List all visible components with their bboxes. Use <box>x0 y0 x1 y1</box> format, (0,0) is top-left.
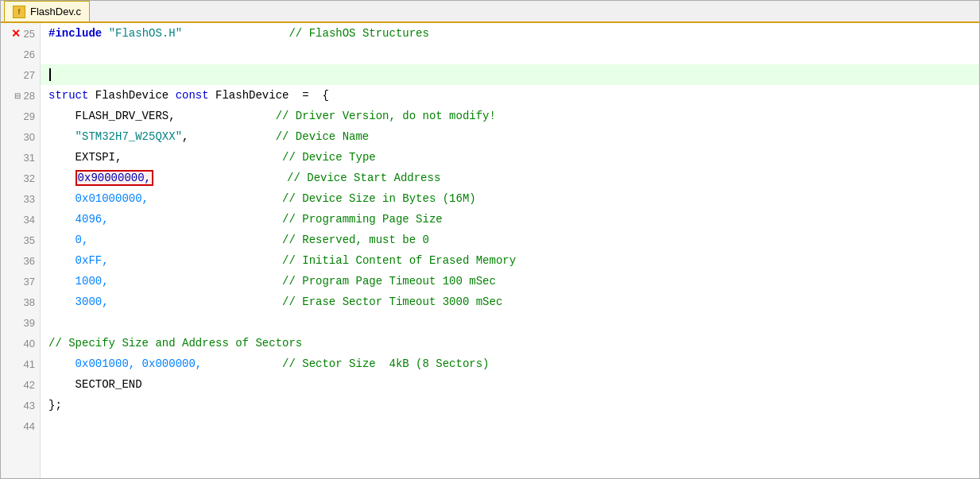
code-line-29: FLASH_DRV_VERS, // Driver Version, do no… <box>41 106 979 126</box>
indent-32 <box>48 172 76 184</box>
gutter-row-41: 41 <box>1 353 40 374</box>
line-num-37: 37 <box>24 276 35 288</box>
code-33-val: 0x01000000, <box>48 192 282 205</box>
comment-36: // Initial Content of Erased Memory <box>282 254 516 267</box>
gutter-row-35: 35 <box>1 230 40 250</box>
gutter-row-31: 31 <box>1 147 40 168</box>
code-line-41: 0x001000, 0x000000, // Sector Size 4kB (… <box>41 353 979 374</box>
code-38-val: 3000, <box>48 296 282 308</box>
error-marker-25: ✕ <box>11 27 21 40</box>
flashdevice-2: FlashDevice = { <box>215 89 329 102</box>
code-31-val: EXTSPI, <box>48 151 282 164</box>
line-num-33: 33 <box>24 193 35 205</box>
line-num-25: 25 <box>24 28 35 40</box>
code-area[interactable]: #include "FlashOS.H" // FlashOS Structur… <box>41 23 979 478</box>
line-num-43: 43 <box>24 400 35 411</box>
code-43-val: }; <box>48 399 62 411</box>
keyword-include: #include <box>48 27 109 40</box>
collapse-icon-28[interactable]: ⊟ <box>14 91 21 100</box>
line-num-31: 31 <box>24 152 35 164</box>
line-num-38: 38 <box>24 296 35 308</box>
line-num-29: 29 <box>24 110 35 122</box>
code-line-34: 4096, // Programming Page Size <box>41 209 979 230</box>
code-line-40: // Specify Size and Address of Sectors <box>41 333 979 353</box>
code-42-val: SECTOR_END <box>48 378 142 391</box>
line-num-40: 40 <box>24 338 35 350</box>
gutter-row-25: ✕ 25 <box>1 23 40 44</box>
gutter-row-30: 30 <box>1 126 40 147</box>
code-34-val: 4096, <box>48 213 282 226</box>
gutter-row-33: 33 <box>1 188 40 209</box>
line-num-36: 36 <box>24 255 35 267</box>
spaces-32 <box>153 172 287 184</box>
gutter-row-40: 40 <box>1 333 40 353</box>
tab-flashdev[interactable]: f FlashDev.c <box>4 1 90 21</box>
comment-35: // Reserved, must be 0 <box>282 234 429 246</box>
line-num-30: 30 <box>24 131 35 143</box>
gutter-row-26: 26 <box>1 44 40 64</box>
line-num-32: 32 <box>24 172 35 184</box>
line-num-26: 26 <box>24 48 35 60</box>
code-line-43: }; <box>41 395 979 415</box>
line-num-28: 28 <box>24 90 35 102</box>
code-line-31: EXTSPI, // Device Type <box>41 147 979 168</box>
tab-label: FlashDev.c <box>30 6 81 17</box>
line-num-27: 27 <box>24 69 35 81</box>
gutter-row-32: 32 <box>1 168 40 188</box>
keyword-const: const <box>176 89 215 102</box>
editor-window: f FlashDev.c ✕ 25 26 27 ⊟ 28 <box>0 0 980 479</box>
code-37-val: 1000, <box>48 275 282 288</box>
gutter-row-27: 27 <box>1 64 40 85</box>
comment-25: // FlashOS Structures <box>289 27 428 40</box>
string-30: "STM32H7_W25QXX" <box>76 130 182 143</box>
code-line-33: 0x01000000, // Device Size in Bytes (16M… <box>41 188 979 209</box>
gutter-row-37: 37 <box>1 271 40 292</box>
line-num-35: 35 <box>24 234 35 246</box>
code-line-27 <box>41 64 979 85</box>
string-flashos: "FlashOS.H" <box>109 27 182 40</box>
line-num-41: 41 <box>24 358 35 370</box>
comment-32: // Device Start Address <box>287 172 440 184</box>
code-line-42: SECTOR_END <box>41 374 979 395</box>
comma-30: , <box>182 130 276 143</box>
gutter-row-42: 42 <box>1 374 40 395</box>
gutter-row-44: 44 <box>1 415 40 436</box>
comment-30: // Device Name <box>276 130 370 143</box>
code-line-28: struct FlashDevice const FlashDevice = { <box>41 85 979 106</box>
code-35-val: 0, <box>48 234 282 246</box>
keyword-struct: struct <box>48 89 95 102</box>
code-line-32: 0x90000000, // Device Start Address <box>41 168 979 188</box>
code-29-val: FLASH_DRV_VERS, <box>48 110 276 122</box>
comment-38: // Erase Sector Timeout 3000 mSec <box>282 296 502 308</box>
indent-30 <box>48 130 76 143</box>
comment-31: // Device Type <box>282 151 376 164</box>
line-num-42: 42 <box>24 379 35 391</box>
comment-33: // Device Size in Bytes (16M) <box>282 192 476 205</box>
line-num-34: 34 <box>24 214 35 226</box>
line-number-gutter: ✕ 25 26 27 ⊟ 28 29 30 <box>1 23 41 478</box>
code-36-val: 0xFF, <box>48 254 282 267</box>
code-line-37: 1000, // Program Page Timeout 100 mSec <box>41 271 979 292</box>
gutter-row-34: 34 <box>1 209 40 230</box>
flashdevice-1: FlashDevice <box>95 89 176 102</box>
code-line-26 <box>41 44 979 64</box>
comment-40: // Specify Size and Address of Sectors <box>48 337 302 350</box>
code-line-35: 0, // Reserved, must be 0 <box>41 230 979 250</box>
gutter-row-38: 38 <box>1 292 40 312</box>
text-cursor <box>49 68 51 81</box>
code-line-39 <box>41 312 979 333</box>
code-41-val1: 0x001000, 0x000000, <box>48 357 282 370</box>
gutter-row-39: 39 <box>1 312 40 333</box>
code-line-44 <box>41 415 979 436</box>
gutter-row-36: 36 <box>1 250 40 271</box>
line-num-39: 39 <box>24 317 35 329</box>
comment-41: // Sector Size 4kB (8 Sectors) <box>282 357 489 370</box>
comment-37: // Program Page Timeout 100 mSec <box>282 275 496 288</box>
spaces-25 <box>182 27 289 40</box>
file-icon: f <box>13 6 25 18</box>
comment-34: // Programming Page Size <box>282 213 443 226</box>
code-line-25: #include "FlashOS.H" // FlashOS Structur… <box>41 23 979 44</box>
code-line-30: "STM32H7_W25QXX", // Device Name <box>41 126 979 147</box>
gutter-row-43: 43 <box>1 395 40 415</box>
gutter-row-29: 29 <box>1 106 40 126</box>
